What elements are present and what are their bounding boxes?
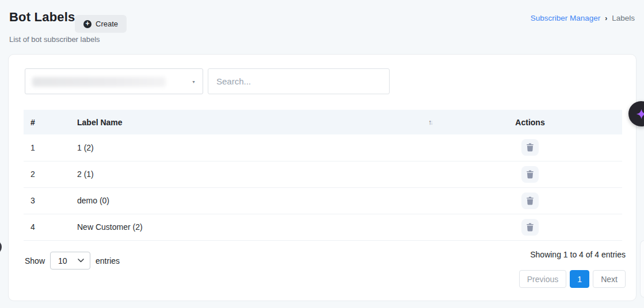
- showing-entries-text: Showing 1 to 4 of 4 entries: [530, 250, 626, 259]
- sort-icon: ↑↓: [428, 118, 433, 126]
- table-row: 3 demo (0): [24, 187, 622, 214]
- previous-page-button[interactable]: Previous: [519, 270, 566, 288]
- table-row: 2 2 (1): [24, 161, 622, 187]
- breadcrumb-current: Labels: [612, 14, 635, 22]
- table-row: 4 New Customer (2): [24, 214, 622, 240]
- delete-label-button[interactable]: [521, 139, 539, 156]
- column-header-index: #: [24, 110, 77, 134]
- page-subtitle: List of bot subscriber labels: [9, 35, 100, 44]
- page-1-button[interactable]: 1: [570, 270, 589, 288]
- column-header-label-text: Label Name: [77, 118, 123, 127]
- labels-card: ▼ # Label Name ↑↓ Actions 1 1 (2): [8, 54, 637, 301]
- row-index: 2: [24, 161, 77, 187]
- delete-label-button[interactable]: [521, 219, 539, 236]
- breadcrumb-parent-link[interactable]: Subscriber Manager: [531, 14, 601, 22]
- search-input[interactable]: [208, 68, 390, 94]
- row-label: 2 (1): [77, 161, 438, 187]
- column-header-label-name[interactable]: Label Name ↑↓: [77, 110, 438, 134]
- bot-filter-select[interactable]: ▼: [25, 68, 203, 94]
- page-size-select[interactable]: 10: [50, 252, 90, 270]
- row-label: 1 (2): [77, 134, 438, 161]
- breadcrumb: Subscriber Manager › Labels: [531, 14, 635, 22]
- create-button-label: Create: [96, 20, 118, 28]
- create-button[interactable]: + Create: [75, 15, 127, 33]
- trash-icon: [526, 197, 534, 205]
- row-index: 1: [24, 134, 77, 161]
- plus-circle-icon: +: [83, 20, 92, 28]
- delete-label-button[interactable]: [521, 192, 539, 209]
- redacted-selected-value: [32, 77, 166, 87]
- right-edge-panel: [640, 240, 644, 298]
- column-header-actions: Actions: [438, 110, 622, 134]
- trash-icon: [526, 143, 534, 152]
- row-index: 4: [24, 214, 77, 240]
- table-row: 1 1 (2): [24, 134, 622, 161]
- page-size-value: 10: [58, 256, 67, 265]
- breadcrumb-separator-icon: ›: [605, 14, 607, 22]
- labels-table: # Label Name ↑↓ Actions 1 1 (2): [24, 110, 622, 241]
- bot-labels-page: Bot Labels + Create List of bot subscrib…: [0, 0, 644, 308]
- page-title: Bot Labels: [9, 10, 75, 25]
- row-label: demo (0): [77, 187, 438, 214]
- pagination: Previous 1 Next: [519, 270, 626, 288]
- trash-icon: [526, 223, 534, 232]
- left-edge-widget[interactable]: [0, 240, 2, 255]
- page-size-control: Show 10 entries: [25, 252, 120, 270]
- caret-down-icon: ▼: [192, 79, 196, 83]
- row-label: New Customer (2): [77, 214, 438, 240]
- show-label: Show: [25, 256, 45, 265]
- row-index: 3: [24, 187, 77, 214]
- entries-label: entries: [96, 256, 120, 265]
- chevron-down-icon: [78, 259, 84, 263]
- delete-label-button[interactable]: [521, 166, 539, 183]
- next-page-button[interactable]: Next: [593, 270, 626, 288]
- table-header-row: # Label Name ↑↓ Actions: [24, 110, 622, 134]
- sparkle-icon: [636, 109, 644, 120]
- trash-icon: [526, 170, 534, 179]
